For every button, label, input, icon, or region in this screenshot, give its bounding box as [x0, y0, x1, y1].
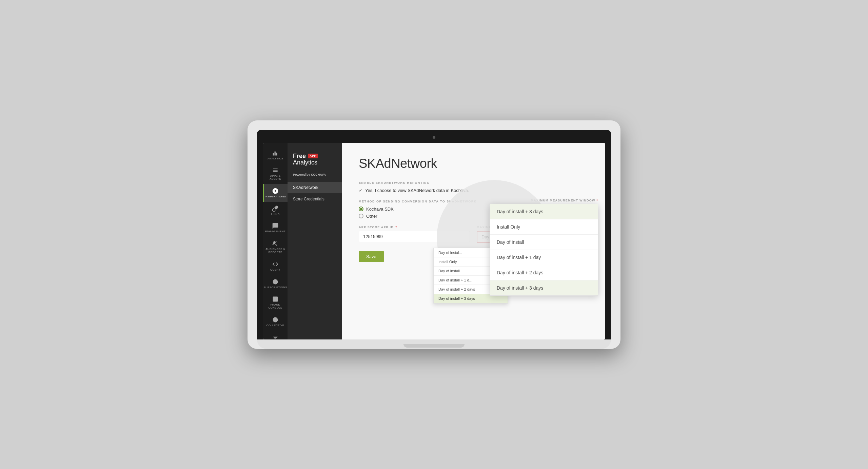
- sidebar-item-subscriptions[interactable]: SUBSCRIPTIONS: [263, 275, 288, 293]
- laptop-bottom: [257, 339, 611, 349]
- sidebar-item-audiences-reports[interactable]: AUDIENCES & REPORTS: [263, 237, 288, 257]
- screen: ANALYTICS APPS & ASSETS INTEGRATIONS LIN…: [263, 143, 605, 339]
- app-store-id-required: *: [394, 226, 397, 229]
- app-badge: APP: [308, 154, 318, 158]
- radio-other[interactable]: [359, 214, 363, 218]
- sidebar-item-integrations[interactable]: INTEGRATIONS: [263, 184, 288, 202]
- enable-checkbox-text: Yes, I choose to view SKAdNetwork data i…: [365, 188, 469, 193]
- large-dd-item-0[interactable]: Day of install + 3 days: [490, 204, 598, 219]
- radio-kochava-sdk-label: Kochava SDK: [366, 207, 394, 212]
- sub-sidebar: Free APP Analytics Powered by KOCHAVA SK…: [288, 143, 342, 339]
- powered-by: Powered by KOCHAVA: [288, 173, 342, 182]
- max-window-zoomed-required: *: [596, 199, 598, 202]
- screen-bezel: ANALYTICS APPS & ASSETS INTEGRATIONS LIN…: [257, 130, 611, 339]
- sidebar-item-media-index[interactable]: MEDIA INDEX: [263, 331, 288, 339]
- radio-kochava-sdk[interactable]: [359, 207, 363, 211]
- large-dd-item-2[interactable]: Day of install: [490, 235, 598, 250]
- app-store-id-label: APP STORE APP ID *: [359, 226, 470, 229]
- large-dd-item-5[interactable]: Day of install + 3 days: [490, 280, 598, 295]
- laptop-container: ANALYTICS APPS & ASSETS INTEGRATIONS LIN…: [248, 120, 620, 349]
- sidebar-item-collective[interactable]: COLLECTIVE: [263, 313, 288, 331]
- svg-point-3: [273, 317, 278, 323]
- checkmark-icon: ✓: [359, 188, 362, 193]
- sidebar-apps-label: APPS & ASSETS: [264, 175, 286, 181]
- sidebar-collective-label: COLLECTIVE: [267, 324, 284, 327]
- sub-nav-skadnetwork[interactable]: SKAdNetwork: [288, 182, 342, 193]
- radio-other-label: Other: [366, 214, 377, 219]
- enable-checkbox-row: ✓ Yes, I choose to view SKAdNetwork data…: [359, 188, 588, 193]
- sidebar-integrations-label: INTEGRATIONS: [264, 195, 286, 198]
- sidebar-subscriptions-label: SUBSCRIPTIONS: [263, 286, 287, 289]
- logo-text-group: Free APP Analytics: [293, 153, 318, 167]
- page-title: SKAdNetwork: [359, 156, 588, 171]
- app-store-id-input[interactable]: [359, 231, 470, 242]
- sidebar-query-label: QUERY: [270, 269, 280, 272]
- sidebar-item-engagement[interactable]: ENGAGEMENT: [263, 219, 288, 237]
- icon-sidebar: ANALYTICS APPS & ASSETS INTEGRATIONS LIN…: [263, 143, 288, 339]
- logo-analytics: Analytics: [293, 159, 318, 166]
- save-button[interactable]: Save: [359, 251, 384, 262]
- large-dd-item-1[interactable]: Install Only: [490, 219, 598, 235]
- sidebar-item-analytics[interactable]: ANALYTICS: [263, 146, 288, 164]
- sidebar-item-query[interactable]: QUERY: [263, 257, 288, 275]
- sidebar-engagement-label: ENGAGEMENT: [265, 230, 285, 233]
- large-dd-item-4[interactable]: Day of install + 2 days: [490, 265, 598, 280]
- app-store-id-group: APP STORE APP ID *: [359, 226, 470, 242]
- enable-label: ENABLE SKAdNetwork REPORTING: [359, 181, 588, 184]
- sidebar-item-apps-assets[interactable]: APPS & ASSETS: [263, 163, 288, 184]
- logo-area: Free APP Analytics: [288, 150, 342, 173]
- sidebar-item-fraud-console[interactable]: FRAUD CONSOLE: [263, 292, 288, 313]
- sidebar-fraud-label: FRAUD CONSOLE: [264, 304, 286, 310]
- main-content: SKAdNetwork ENABLE SKAdNetwork REPORTING…: [342, 143, 605, 339]
- sidebar-item-links[interactable]: LINKS: [263, 202, 288, 219]
- large-dd-item-3[interactable]: Day of install + 1 day: [490, 250, 598, 265]
- active-indicator: [263, 184, 264, 202]
- sidebar-audiences-label: AUDIENCES & REPORTS: [264, 248, 286, 254]
- logo-free: Free: [293, 153, 306, 160]
- sidebar-analytics-label: ANALYTICS: [268, 157, 283, 160]
- max-window-zoomed-label: MAXIMUM MEASUREMENT WINDOW *: [531, 199, 598, 202]
- sidebar-links-label: LINKS: [271, 213, 280, 216]
- sub-nav-store-credentials[interactable]: Store Credentials: [288, 193, 342, 205]
- dropdown-list-large: Day of install + 3 days Install Only Day…: [490, 204, 598, 296]
